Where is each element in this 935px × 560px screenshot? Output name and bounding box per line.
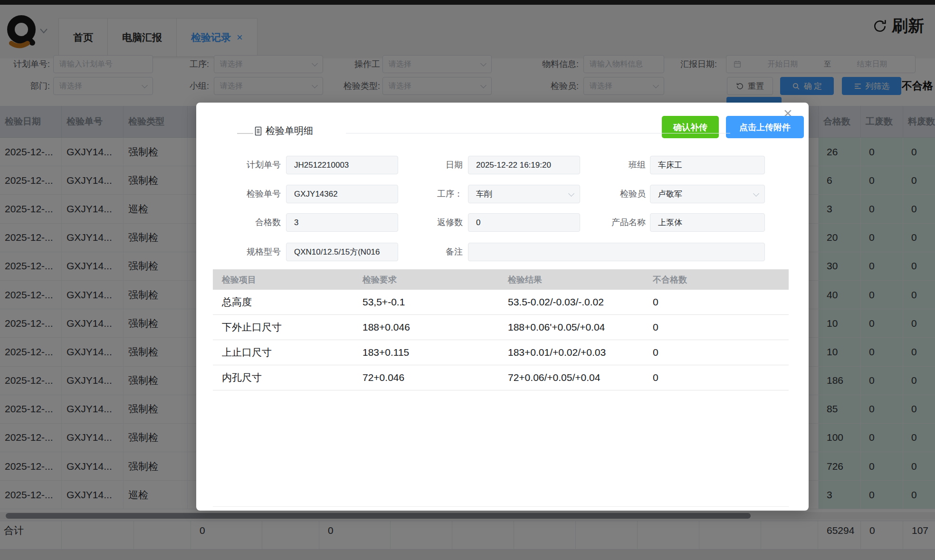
cell-unqualified-count: 0: [644, 290, 789, 314]
modal-column-header: 检验要求: [353, 269, 499, 290]
cell-inspection-item: 内孔尺寸: [213, 365, 353, 390]
modal-table-body: 总高度53,5+-0.153.5-0.02/-0.03/-.0.020下外止口尺…: [213, 290, 789, 390]
cell-inspection-requirement: 183+0.115: [353, 340, 499, 365]
cell-inspection-item: 上止口尺寸: [213, 340, 353, 365]
team-input[interactable]: [650, 156, 765, 174]
cell-inspection-requirement: 53,5+-0.1: [353, 290, 499, 314]
cell-inspection-result: 53.5-0.02/-0.03/-.0.02: [499, 290, 644, 314]
date-field: [468, 156, 580, 174]
modal-table-row[interactable]: 内孔尺寸72+0.04672+0.06/+0.05/+0.040: [213, 365, 789, 390]
repair-count-field: [468, 213, 580, 232]
modal-column-header: 不合格数: [644, 269, 789, 290]
upload-attachment-button[interactable]: 点击上传附件: [726, 116, 804, 138]
modal-table-row[interactable]: 上止口尺寸183+0.115183+0.01/+0.02/+0.030: [213, 340, 789, 365]
inspection-no-field: [286, 185, 398, 203]
cell-inspection-requirement: 188+0.046: [353, 315, 499, 340]
qualified-count-label: 合格数: [210, 213, 281, 232]
cell-inspection-item: 总高度: [213, 290, 353, 314]
repair-count-input[interactable]: [468, 213, 580, 232]
inspection-no-input[interactable]: [286, 185, 398, 203]
product-name-input[interactable]: [650, 213, 765, 232]
remark-label: 备注: [405, 243, 463, 261]
process-input[interactable]: [468, 185, 580, 203]
spec-model-field: [286, 243, 398, 261]
cell-inspection-result: 183+0.01/+0.02/+0.03: [499, 340, 644, 365]
process-field: [468, 185, 580, 203]
cell-inspection-result: 188+0.06'+0.05/+0.04: [499, 315, 644, 340]
remark-input[interactable]: [468, 243, 765, 261]
app-window: 首页 电脑汇报 检验记录 × 刷新 计划单号: 工序: 请选择 操作工 请选择: [0, 0, 935, 560]
inspector-input[interactable]: [650, 185, 765, 203]
team-label: 班组: [591, 156, 646, 174]
inspection-no-label: 检验单号: [210, 185, 281, 203]
spec-model-label: 规格型号: [210, 243, 281, 261]
cell-unqualified-count: 0: [644, 315, 789, 340]
qualified-count-field: [286, 213, 398, 232]
date-input[interactable]: [468, 156, 580, 174]
document-icon: [254, 126, 262, 136]
team-field: [650, 156, 765, 174]
spec-model-input[interactable]: [286, 243, 398, 261]
product-name-label: 产品名称: [591, 213, 646, 232]
inspection-detail-modal: × 确认补传 点击上传附件 检验单明细 计划单号日期班组检验单号工序：检验员合格…: [196, 103, 809, 511]
modal-column-header: 检验项目: [213, 269, 353, 290]
modal-bottom-divider: [213, 506, 789, 507]
qualified-count-input[interactable]: [286, 213, 398, 232]
title-right-line: [346, 133, 730, 133]
product-name-field: [650, 213, 765, 232]
modal-title: 检验单明细: [254, 124, 313, 137]
remark-field: [468, 243, 765, 261]
modal-table-header: 检验项目检验要求检验结果不合格数: [213, 269, 789, 290]
modal-title-label: 检验单明细: [266, 124, 313, 137]
plan-no-input[interactable]: [286, 156, 398, 174]
date-label: 日期: [405, 156, 463, 174]
plan-no-field: [286, 156, 398, 174]
modal-table-row[interactable]: 下外止口尺寸188+0.046188+0.06'+0.05/+0.040: [213, 315, 789, 340]
inspector-label: 检验员: [591, 185, 646, 203]
plan-no-label: 计划单号: [210, 156, 281, 174]
cell-unqualified-count: 0: [644, 365, 789, 390]
inspector-field: [650, 185, 765, 203]
repair-count-label: 返修数: [405, 213, 463, 232]
modal-measurement-table: 检验项目检验要求检验结果不合格数 总高度53,5+-0.153.5-0.02/-…: [213, 269, 789, 390]
cell-inspection-item: 下外止口尺寸: [213, 315, 353, 340]
cell-inspection-requirement: 72+0.046: [353, 365, 499, 390]
modal-table-row[interactable]: 总高度53,5+-0.153.5-0.02/-0.03/-.0.020: [213, 290, 789, 315]
confirm-supplement-upload-button[interactable]: 确认补传: [662, 116, 719, 138]
title-left-line: [237, 133, 253, 134]
process-label: 工序：: [405, 185, 463, 203]
modal-column-header: 检验结果: [499, 269, 644, 290]
cell-unqualified-count: 0: [644, 340, 789, 365]
cell-inspection-result: 72+0.06/+0.05/+0.04: [499, 365, 644, 390]
